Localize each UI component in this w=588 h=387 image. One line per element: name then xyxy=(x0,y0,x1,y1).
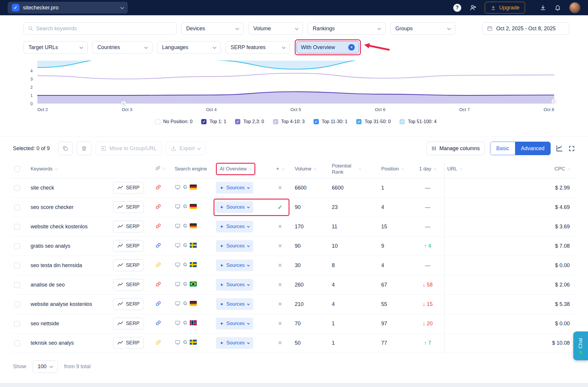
ai-overview-sources-button[interactable]: ✦ Sources xyxy=(216,279,253,291)
remove-filter-icon[interactable]: ✕ xyxy=(348,44,355,51)
legend-item[interactable]: Top 31-50: 0 xyxy=(356,119,391,124)
move-to-group-button[interactable]: Move to Group/URL xyxy=(96,142,161,155)
legend-checkbox[interactable] xyxy=(399,119,405,124)
filter-dropdown-rankings[interactable]: Rankings xyxy=(308,22,386,35)
column-header-url-status[interactable]: ↑↓ xyxy=(155,165,165,171)
serp-button[interactable]: SERP xyxy=(113,240,144,252)
filter-dropdown-devices[interactable]: Devices xyxy=(181,22,244,35)
serp-button[interactable]: SERP xyxy=(113,337,144,349)
sort-icon[interactable]: ↑↓ xyxy=(55,167,57,171)
advanced-view-tab[interactable]: Advanced xyxy=(515,142,550,155)
project-selector[interactable]: ✓ sitechecker.pro xyxy=(8,2,128,14)
export-button[interactable]: Export xyxy=(166,142,205,155)
column-header-position[interactable]: Position↑↓ xyxy=(381,166,404,172)
filter-dropdown-countries[interactable]: Countries xyxy=(92,41,152,53)
column-header-1-day[interactable]: 1 day↑↓ xyxy=(419,166,436,172)
positions-chart[interactable]: 43210 G G xyxy=(37,61,554,105)
link-status-icon[interactable] xyxy=(155,184,161,190)
ai-overview-sources-button[interactable]: ✦ Sources xyxy=(216,221,253,232)
serp-button[interactable]: SERP xyxy=(113,318,144,329)
column-header-keywords[interactable]: Keywords↑↓ xyxy=(31,166,57,172)
sort-icon[interactable]: ↑↓ xyxy=(401,167,404,171)
legend-checkbox[interactable] xyxy=(201,119,206,124)
help-button[interactable]: ? xyxy=(453,4,461,12)
ai-overview-sources-button[interactable]: ✦ Sources xyxy=(216,182,253,194)
row-checkbox[interactable] xyxy=(14,185,20,191)
serp-button[interactable]: SERP xyxy=(113,279,144,291)
row-checkbox[interactable] xyxy=(14,282,20,288)
row-checkbox[interactable] xyxy=(14,263,20,269)
legend-checkbox[interactable] xyxy=(356,119,362,124)
ai-overview-sources-button[interactable]: ✦ Sources xyxy=(216,337,253,349)
serp-button[interactable]: SERP xyxy=(113,221,144,232)
page-size-select[interactable]: 100 xyxy=(33,361,58,373)
legend-checkbox[interactable] xyxy=(273,119,278,124)
column-header-potential-rank[interactable]: Potential Rank↑↓ xyxy=(332,163,361,175)
upgrade-button[interactable]: Upgrade xyxy=(485,2,525,14)
keyword-search[interactable] xyxy=(24,22,176,35)
column-header-volume[interactable]: Volume↑↓ xyxy=(295,166,316,172)
ai-overview-sources-button[interactable]: ✦ Sources xyxy=(216,259,253,271)
filter-dropdown-volume[interactable]: Volume xyxy=(248,22,303,35)
sort-icon[interactable]: ↑↓ xyxy=(359,167,361,171)
sort-icon[interactable]: ↑↓ xyxy=(459,167,462,171)
notifications-button[interactable] xyxy=(554,4,561,11)
sort-icon[interactable]: ↑↓ xyxy=(163,166,165,170)
sort-icon[interactable]: ↑↓ xyxy=(314,167,316,171)
legend-item[interactable]: Top 11-30: 1 xyxy=(314,119,348,124)
row-checkbox[interactable] xyxy=(14,321,20,327)
ai-overview-sources-button[interactable]: ✦ Sources xyxy=(216,318,253,329)
ai-overview-sources-button[interactable]: ✦ Sources xyxy=(216,298,253,310)
legend-item[interactable]: Top 51-100: 4 xyxy=(399,119,437,124)
filter-dropdown-serp-features[interactable]: SERP features xyxy=(226,41,290,53)
fullscreen-button[interactable] xyxy=(568,145,575,152)
serp-button[interactable]: SERP xyxy=(113,182,144,194)
serp-button[interactable]: SERP xyxy=(113,259,144,271)
link-status-icon[interactable] xyxy=(155,339,161,345)
row-checkbox[interactable] xyxy=(14,301,20,307)
search-input[interactable] xyxy=(36,26,172,32)
serp-button[interactable]: SERP xyxy=(113,298,144,310)
legend-item[interactable]: Top 2,3: 0 xyxy=(235,119,264,124)
filter-dropdown-languages[interactable]: Languages xyxy=(157,41,221,53)
chat-widget[interactable]: Chat xyxy=(573,331,588,360)
link-status-icon[interactable] xyxy=(155,204,161,210)
legend-checkbox[interactable] xyxy=(235,119,240,124)
delete-button[interactable] xyxy=(77,142,91,155)
google-update-marker[interactable]: G xyxy=(121,101,126,106)
manage-columns-button[interactable]: Manage columns xyxy=(426,142,485,155)
row-checkbox[interactable] xyxy=(14,205,20,210)
user-avatar[interactable] xyxy=(569,2,580,13)
column-header-cpc[interactable]: CPC↑↓ xyxy=(554,166,570,172)
legend-checkbox[interactable] xyxy=(155,119,160,124)
ai-overview-sources-button[interactable]: ✦ Sources xyxy=(216,201,253,213)
with-overview-filter-chip[interactable]: With Overview ✕ xyxy=(297,41,359,53)
invite-user-button[interactable] xyxy=(469,4,477,11)
legend-item[interactable]: No Position: 0 xyxy=(155,119,193,124)
legend-item[interactable]: Top 1: 1 xyxy=(201,119,226,124)
download-button[interactable] xyxy=(540,4,546,11)
serp-button[interactable]: SERP xyxy=(113,201,144,213)
sort-icon[interactable]: ↑↓ xyxy=(282,167,284,171)
row-checkbox[interactable] xyxy=(14,243,20,249)
select-all-checkbox[interactable] xyxy=(14,166,20,172)
chart-view-button[interactable] xyxy=(556,145,563,152)
column-header-ai-overview[interactable]: AI Overview↑↓ xyxy=(220,166,251,172)
link-status-icon[interactable] xyxy=(155,320,161,326)
row-checkbox[interactable] xyxy=(14,340,20,346)
link-status-icon[interactable] xyxy=(155,223,161,229)
column-header-serp-feature[interactable]: ✦↑↓ xyxy=(276,166,284,172)
filter-dropdown-target-urls[interactable]: Target URLs xyxy=(24,41,88,53)
link-status-icon[interactable] xyxy=(155,242,161,248)
legend-checkbox[interactable] xyxy=(314,119,319,124)
sort-icon[interactable]: ↑↓ xyxy=(567,167,570,171)
ai-overview-sources-button[interactable]: ✦ Sources xyxy=(216,240,253,252)
legend-item[interactable]: Top 4-10: 3 xyxy=(273,119,305,124)
row-checkbox[interactable] xyxy=(14,224,20,230)
filter-dropdown-groups[interactable]: Groups xyxy=(390,22,455,35)
link-status-icon[interactable] xyxy=(155,262,161,268)
link-status-icon[interactable] xyxy=(155,301,161,306)
sort-icon[interactable]: ↑↓ xyxy=(249,167,251,171)
date-range-picker[interactable]: Oct 2, 2025 - Oct 8, 2025 xyxy=(482,22,569,35)
column-header-url[interactable]: URL↑↓ xyxy=(447,166,462,172)
